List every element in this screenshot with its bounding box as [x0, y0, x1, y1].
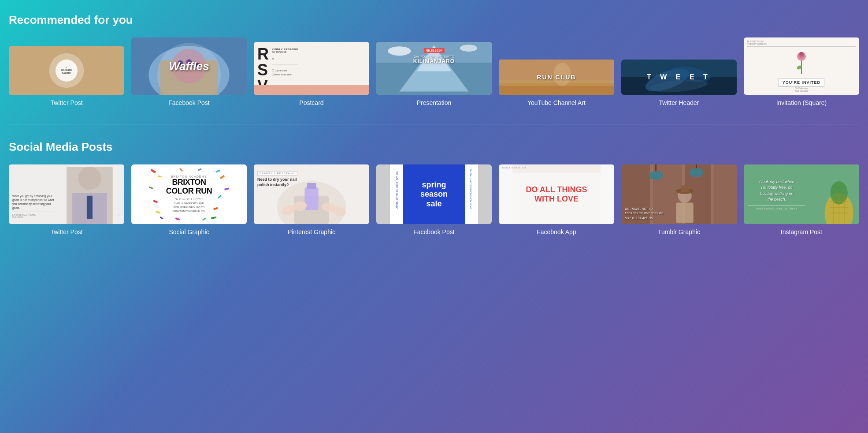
svg-point-87 [689, 168, 703, 177]
svg-point-85 [649, 171, 663, 180]
svg-point-3 [72, 62, 107, 85]
pres-subtitle: DAY FOUR OF THE TRIP TO [413, 55, 455, 58]
sm-twitter-person: LAWRENCE ASHEWriter [12, 212, 54, 219]
svg-point-42 [78, 167, 101, 190]
svg-point-4 [93, 48, 121, 71]
twitter-header-label: Twitter Header [659, 99, 699, 106]
invitation-bg: YOU'RE INVITED PLEASE SPEND THE DAY WITH… [744, 37, 859, 95]
sm-facebook-label: Facebook Post [413, 228, 454, 235]
svg-point-24 [460, 45, 477, 52]
postcard-line [272, 64, 298, 64]
tweet-header-text: T W E E T [647, 73, 711, 81]
sm-pinterest-bg: BEAUTY LIFE IDEA #1 Need to dry your nai… [254, 164, 369, 224]
card-facebook-post[interactable]: Waffles Facebook Post [131, 37, 247, 106]
pres-overlay: 09.28.2014 DAY FOUR OF THE TRIP TO KILIM… [413, 45, 455, 64]
card-twitter-header[interactable]: T W E E T Twitter Header [621, 60, 737, 106]
m-label: M [272, 58, 298, 60]
tumblr-quote: WE TRAVEL NOT TOESCAPE LIFE BUT FOR LIFE… [625, 207, 733, 220]
cant-wait: ☐ Can't wait! [272, 69, 298, 72]
presentation-bg: 09.28.2014 DAY FOUR OF THE TRIP TO KILIM… [376, 42, 492, 95]
sm-fbapp-bg: DAILY MUSIC CO. DO ALL THINGSWITH LOVE [499, 164, 614, 224]
invitation-please: PLEASE SPEND THE DAY WITH US [747, 40, 856, 48]
card-sm-pinterest[interactable]: BEAUTY LIFE IDEA #1 Need to dry your nai… [254, 164, 369, 235]
svg-point-23 [388, 46, 411, 56]
svg-point-6 [49, 79, 55, 85]
card-youtube[interactable]: RUN CLUB YouTube Channel Art [499, 60, 614, 106]
card-thumb-sm-pinterest: BEAUTY LIFE IDEA #1 Need to dry your nai… [254, 164, 369, 224]
svg-point-7 [35, 74, 40, 78]
card-sm-fbapp[interactable]: DAILY MUSIC CO. DO ALL THINGSWITH LOVE F… [499, 164, 614, 235]
daily-music-label: DAILY MUSIC CO. [502, 166, 527, 169]
card-thumb-sm-tumblr: WE TRAVEL NOT TOESCAPE LIFE BUT FOR LIFE… [621, 164, 737, 224]
card-invitation[interactable]: YOU'RE INVITED PLEASE SPEND THE DAY WITH… [744, 37, 859, 106]
card-thumb-facebook-post: Waffles [131, 37, 247, 95]
card-thumb-twitter-header: T W E E T [621, 60, 737, 95]
sm-fbapp-label: Facebook App [537, 228, 576, 235]
card-thumb-sm-facebook: APRIL 20 TO 30, 2019 · NY, CA NOV NO END… [376, 164, 492, 224]
twitter-header-bg: T W E E T [621, 60, 737, 95]
sm-facebook-bg: APRIL 20 TO 30, 2019 · NY, CA NOV NO END… [376, 164, 492, 224]
card-thumb-postcard: R S V P KINDLY RESPOND BY 05/28/19 M ☐ C… [254, 42, 369, 95]
facebook-post-label: Facebook Post [168, 99, 209, 106]
thumb-twitter-post-bg: ✦ WILSHIRE BAKERY [9, 46, 124, 95]
card-thumb-sm-fbapp: DAILY MUSIC CO. DO ALL THINGSWITH LOVE [499, 164, 614, 224]
recommended-cards-row: ✦ WILSHIRE BAKERY Twitter Post [9, 37, 859, 106]
beauty-label: BEAUTY LIFE IDEA #1 [257, 171, 297, 175]
card-postcard[interactable]: R S V P KINDLY RESPOND BY 05/28/19 M ☐ C… [254, 42, 369, 106]
card-sm-facebook[interactable]: APRIL 20 TO 30, 2019 · NY, CA NOV NO END… [376, 164, 492, 235]
card-thumb-sm-instagram: I look my best whenI'm totally free, onh… [744, 164, 859, 224]
svg-point-39 [800, 52, 803, 55]
invitation-bottom: To Celebrate Your Marriage [747, 87, 856, 92]
sm-social-bg: BRIXTON ACADEMY BRIXTONCOLOR RUN 5K RUN … [131, 164, 247, 224]
postcard-bg: R S V P KINDLY RESPOND BY 05/28/19 M ☐ C… [254, 42, 369, 95]
postcard-right: KINDLY RESPOND BY 05/28/19 M ☐ Can't wai… [272, 46, 298, 79]
svg-rect-91 [681, 185, 689, 192]
pinterest-question: Need to dry your nailpolish instantly? [257, 177, 366, 187]
card-sm-social[interactable]: BRIXTON ACADEMY BRIXTONCOLOR RUN 5K RUN … [131, 164, 247, 235]
social-media-cards-row: What you get by achieving your goals is … [9, 164, 859, 235]
card-sm-tumblr[interactable]: WE TRAVEL NOT TOESCAPE LIFE BUT FOR LIFE… [621, 164, 737, 235]
card-twitter-post[interactable]: ✦ WILSHIRE BAKERY Twitter Post [9, 46, 124, 106]
brixton-content: BRIXTON ACADEMY BRIXTONCOLOR RUN 5K RUN … [166, 175, 212, 213]
invitation-label: Invitation (Square) [776, 99, 827, 106]
recommended-section: Recommended for you [9, 13, 859, 106]
presentation-label: Presentation [417, 99, 452, 106]
thumb-facebook-post-bg: Waffles [131, 37, 247, 95]
invitation-text: YOU'RE INVITED [779, 78, 824, 87]
postcard-pink-bar [254, 85, 369, 95]
sm-twitter-quote: What you get by achieving your goals is … [12, 194, 54, 210]
recommended-title: Recommended for you [9, 13, 859, 27]
sm-twitter-bg: What you get by achieving your goals is … [9, 164, 124, 224]
rose-svg [795, 45, 808, 76]
svg-point-1 [10, 58, 42, 83]
spring-sale-text: springseasonsale [405, 180, 463, 209]
rsvp-letters: R S V P [257, 46, 268, 79]
pinterest-overlay: BEAUTY LIFE IDEA #1 Need to dry your nai… [257, 168, 366, 187]
do-all-things-text: DO ALL THINGSWITH LOVE [526, 185, 587, 203]
instagram-attribution: ROSEAMUNDE PIKE, ACTRESS [748, 205, 805, 210]
svg-rect-65 [304, 187, 318, 210]
card-thumb-sm-twitter: What you get by achieving your goals is … [9, 164, 124, 224]
social-media-title: Social Media Posts [9, 140, 859, 154]
instagram-quote-block: I look my best whenI'm totally free, onh… [748, 179, 805, 210]
card-thumb-sm-social: BRIXTON ACADEMY BRIXTONCOLOR RUN 5K RUN … [131, 164, 247, 224]
sm-instagram-label: Instagram Post [781, 228, 822, 235]
card-sm-instagram[interactable]: I look my best whenI'm totally free, onh… [744, 164, 859, 235]
svg-point-9 [93, 71, 97, 75]
card-presentation[interactable]: 09.28.2014 DAY FOUR OF THE TRIP TO KILIM… [376, 42, 492, 106]
page-container: Recommended for you [9, 13, 859, 235]
card-sm-twitter[interactable]: What you get by achieving your goals is … [9, 164, 124, 235]
youtube-text-overlay: RUN CLUB [537, 74, 576, 81]
social-media-section: Social Media Posts [9, 140, 859, 235]
card-thumb-presentation: 09.28.2014 DAY FOUR OF THE TRIP TO KILIM… [376, 42, 492, 95]
sm-instagram-bg: I look my best whenI'm totally free, onh… [744, 164, 859, 224]
twitter-post-label: Twitter Post [50, 99, 82, 106]
sm-tumblr-bg: WE TRAVEL NOT TOESCAPE LIFE BUT FOR LIFE… [621, 164, 737, 224]
svg-point-8 [98, 76, 104, 82]
youtube-label: YouTube Channel Art [527, 99, 586, 106]
by-text: BY 05/28/19 [272, 51, 298, 53]
card-thumb-youtube: RUN CLUB [499, 60, 614, 95]
sm-twitter-quote-mark: " [118, 213, 121, 220]
sm-social-label: Social Graphic [169, 228, 209, 235]
instagram-quote-text: I look my best whenI'm totally free, onh… [748, 179, 805, 203]
